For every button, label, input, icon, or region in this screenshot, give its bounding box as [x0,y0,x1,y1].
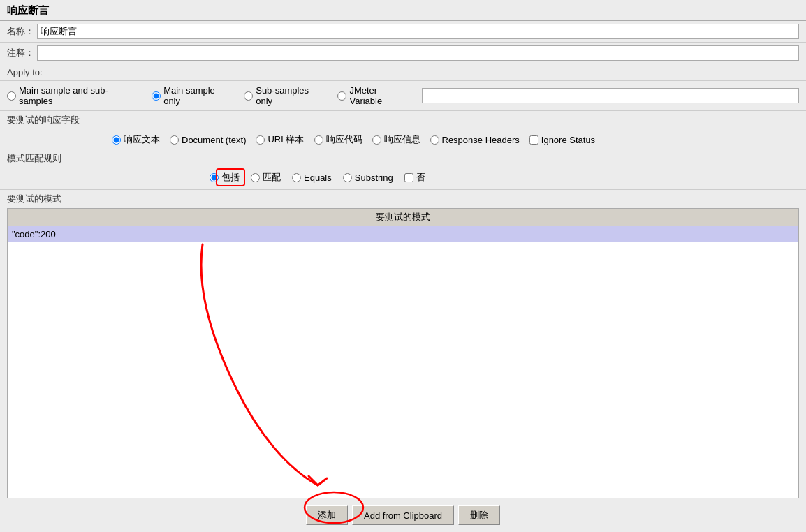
test-pattern-label-row: 要测试的模式 [0,190,806,208]
pr-contains[interactable]: 包括 [210,171,240,184]
buttons-row: 添加 Add from Clipboard 删除 [0,498,806,532]
comment-row: 注释： [0,43,806,64]
table-row[interactable]: "code":200 [8,226,798,242]
table-row-value: "code":200 [12,229,56,239]
pattern-rule-header: 模式匹配规则 [0,149,806,168]
add-button[interactable]: 添加 [306,505,348,525]
negate-label: 否 [416,171,425,184]
radio-sub-only[interactable]: Sub-samples only [244,85,328,106]
test-pattern-table: 要测试的模式 "code":200 [7,208,799,498]
pr-substring[interactable]: Substring [343,172,393,183]
apply-to-row: Main sample and sub-samples Main sample … [0,81,806,111]
delete-button[interactable]: 删除 [458,505,500,525]
apply-to-label: Apply to: [7,67,43,77]
rf-code[interactable]: 响应代码 [314,133,362,146]
test-pattern-label: 要测试的模式 [7,193,61,204]
rf-msg-label: 响应信息 [384,133,420,146]
jmeter-variable-input[interactable] [422,88,799,103]
pattern-rule-label: 模式匹配规则 [7,153,61,163]
radio-jmeter[interactable]: JMeter Variable [337,85,412,106]
pr-match[interactable]: 匹配 [251,171,281,184]
rf-doc-label: Document (text) [182,135,246,145]
rf-headers-input[interactable] [430,135,439,145]
apply-to-section: Apply to: [0,64,806,81]
table-header: 要测试的模式 [8,209,798,226]
rf-text-label: 响应文本 [124,133,160,146]
pr-equals-input[interactable] [292,173,301,182]
response-field-options: 响应文本 Document (text) URL样本 响应代码 响应信息 Res… [0,129,806,149]
radio-sub-only-input[interactable] [244,91,253,101]
comment-label: 注释： [7,47,34,59]
pr-contains-wrapper: 包括 [221,171,240,184]
ignore-status-label: Ignore Status [541,135,595,145]
rf-msg[interactable]: 响应信息 [372,133,420,146]
table-empty-area [8,242,798,498]
rf-url-input[interactable] [256,135,265,145]
radio-main-sub-label: Main sample and sub-samples [19,85,142,106]
radio-main-only-label: Main sample only [163,85,234,106]
rf-msg-input[interactable] [372,135,381,145]
rf-doc[interactable]: Document (text) [170,135,246,145]
pattern-rule-section: 模式匹配规则 包括 匹配 Equals [0,149,806,190]
rf-url[interactable]: URL样本 [256,133,304,146]
rf-headers-label: Response Headers [442,135,520,145]
main-panel: 响应断言 名称： 注释： Apply to: Main sample and s… [0,0,806,532]
rf-text[interactable]: 响应文本 [112,133,160,146]
rf-headers[interactable]: Response Headers [430,135,520,145]
rf-url-label: URL样本 [268,133,304,146]
pr-substring-input[interactable] [343,173,352,182]
page-title: 响应断言 [0,0,806,21]
radio-main-sub[interactable]: Main sample and sub-samples [7,85,142,106]
pattern-rule-options: 包括 匹配 Equals Substring 否 [0,168,806,189]
radio-main-only-input[interactable] [152,91,161,101]
test-pattern-section: 要测试的模式 要测试的模式 "code":200 [0,190,806,498]
pr-match-label: 匹配 [263,171,281,184]
rf-doc-input[interactable] [170,135,179,145]
rf-code-label: 响应代码 [326,133,362,146]
pr-contains-input[interactable] [210,173,219,182]
ignore-status[interactable]: Ignore Status [529,135,595,145]
pr-equals-label: Equals [304,172,332,183]
pr-substring-label: Substring [355,172,393,183]
radio-sub-only-label: Sub-samples only [256,85,328,106]
radio-main-only[interactable]: Main sample only [152,85,234,106]
negate-option[interactable]: 否 [404,171,425,184]
pr-equals[interactable]: Equals [292,172,332,183]
negate-input[interactable] [404,173,413,182]
rf-text-input[interactable] [112,135,121,145]
rf-code-input[interactable] [314,135,323,145]
pr-match-input[interactable] [251,173,260,182]
pr-contains-label: 包括 [221,171,240,184]
response-field-label: 要测试的响应字段 [7,114,80,125]
name-input[interactable] [37,24,799,39]
radio-jmeter-input[interactable] [337,91,346,101]
ignore-status-input[interactable] [529,135,538,145]
radio-main-sub-input[interactable] [7,91,16,101]
comment-input[interactable] [37,45,799,61]
name-row: 名称： [0,21,806,43]
radio-jmeter-label: JMeter Variable [349,85,412,106]
response-field-label-row: 要测试的响应字段 [0,111,806,129]
add-from-clipboard-button[interactable]: Add from Clipboard [352,505,454,525]
name-label: 名称： [7,25,34,38]
